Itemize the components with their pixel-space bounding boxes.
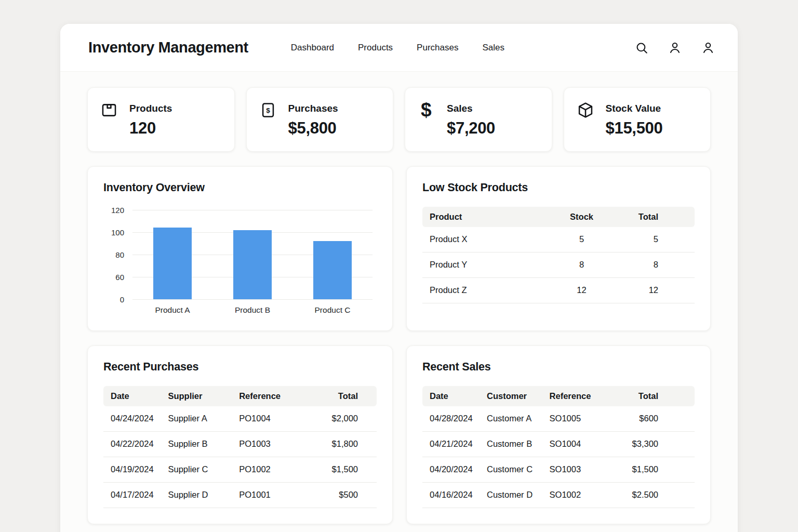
table-cell: SO1003 [542, 457, 613, 483]
column-header: Stock [548, 207, 616, 227]
user-icon[interactable] [668, 41, 682, 55]
stat-value: $5,800 [288, 119, 338, 138]
table-cell: 04/20/2024 [422, 457, 480, 483]
table-row: Product Z1212 [422, 278, 695, 303]
table-cell: Supplier B [161, 432, 232, 457]
bar-slot [132, 210, 212, 299]
nav-item-products[interactable]: Products [358, 43, 393, 53]
stat-card-products: Products 120 [87, 87, 235, 152]
panel-title: Recent Sales [422, 361, 695, 374]
stat-card-stock-value: Stock Value $15,500 [564, 87, 711, 152]
header-icons [635, 41, 715, 55]
table-cell: 12 [616, 278, 695, 303]
column-header: Customer [480, 386, 542, 406]
middle-row: Inventory Overview 12010080600 Product A… [87, 166, 711, 331]
column-header: Total [616, 207, 695, 227]
panel-title: Inventory Overview [103, 181, 377, 194]
stat-label: Sales [447, 103, 495, 114]
table-cell: SO1005 [542, 406, 613, 432]
bar-chart: 12010080600 Product AProduct BProduct C [103, 210, 377, 315]
column-header: Supplier [161, 386, 232, 406]
table-cell: $500 [303, 483, 377, 508]
table-cell: 04/21/2024 [422, 432, 480, 457]
column-header: Reference [232, 386, 303, 406]
recent-sales-panel: Recent Sales DateCustomerReferenceTotal0… [406, 345, 711, 524]
nav-item-sales[interactable]: Sales [482, 43, 504, 53]
table-cell: 04/22/2024 [103, 432, 161, 457]
table-cell: 5 [616, 227, 695, 252]
account-icon[interactable] [701, 41, 715, 55]
dollar-icon: $ [418, 101, 437, 121]
table-row: 04/19/2024Supplier CPO1002$1,500 [103, 457, 377, 483]
nav-item-purchases[interactable]: Purchases [417, 43, 458, 53]
table-cell: Customer D [480, 483, 542, 508]
x-axis-label: Product B [212, 305, 292, 315]
table-cell: Customer C [480, 457, 542, 483]
recent-sales-table: DateCustomerReferenceTotal04/28/2024Cust… [422, 386, 695, 508]
x-axis-label: Product C [292, 305, 373, 315]
table-cell: Customer A [480, 406, 542, 432]
table-cell: Product Z [422, 278, 548, 303]
app-title: Inventory Management [88, 39, 248, 56]
table-row: 04/24/2024Supplier APO1004$2,000 [103, 406, 377, 432]
table-cell: 04/28/2024 [422, 406, 480, 432]
stat-value: $15,500 [606, 119, 663, 138]
search-icon[interactable] [635, 41, 648, 55]
y-axis-tick: 120 [103, 206, 124, 215]
low-stock-table: ProductStockTotalProduct X55Product Y88P… [422, 207, 695, 303]
chart-bars [132, 210, 373, 299]
bar-product-a [153, 228, 192, 299]
table-cell: $1,800 [303, 432, 377, 457]
column-header: Total [613, 386, 695, 406]
table-cell: PO1003 [232, 432, 303, 457]
panel-title: Low Stock Products [422, 181, 695, 194]
dashboard-content: Products 120 $ Purchases $5,800 [60, 72, 738, 524]
stat-text: Products 120 [129, 101, 172, 138]
table-cell: 12 [548, 278, 616, 303]
y-axis-tick: 80 [103, 250, 124, 259]
table-cell: PO1002 [232, 457, 303, 483]
table-cell: 04/19/2024 [103, 457, 161, 483]
table-header-row: DateSupplierReferenceTotal [103, 386, 377, 406]
low-stock-panel: Low Stock Products ProductStockTotalProd… [406, 166, 711, 331]
y-axis-tick: 100 [103, 228, 124, 237]
table-cell: SO1004 [542, 432, 613, 457]
table-cell: $3,300 [613, 432, 695, 457]
nav-item-dashboard[interactable]: Dashboard [291, 43, 334, 53]
panel-title: Recent Purchases [103, 361, 377, 374]
table-cell: $600 [613, 406, 695, 432]
bar-product-c [313, 241, 352, 299]
app-header: Inventory Management DashboardProductsPu… [60, 24, 738, 72]
table-cell: $2.500 [613, 483, 695, 508]
x-axis-label: Product A [132, 305, 212, 315]
chart-plot-area: 12010080600 [132, 210, 373, 299]
table-cell: 8 [548, 252, 616, 278]
package-icon [100, 101, 120, 121]
table-header-row: DateCustomerReferenceTotal [422, 386, 695, 406]
invoice-icon: $ [259, 101, 279, 121]
column-header: Reference [542, 386, 613, 406]
table-cell: Product Y [422, 252, 548, 278]
svg-text:$: $ [266, 107, 270, 114]
table-cell: SO1002 [542, 483, 613, 508]
stat-label: Purchases [288, 103, 338, 114]
chart-gridline [132, 299, 373, 300]
table-cell: PO1004 [232, 406, 303, 432]
table-cell: Supplier A [161, 406, 232, 432]
inventory-overview-panel: Inventory Overview 12010080600 Product A… [87, 166, 393, 331]
stat-label: Stock Value [606, 103, 663, 114]
table-row: 04/22/2024Supplier BPO1003$1,800 [103, 432, 377, 457]
bottom-row: Recent Purchases DateSupplierReferenceTo… [87, 345, 711, 524]
stats-row: Products 120 $ Purchases $5,800 [87, 87, 711, 152]
chart-x-axis: Product AProduct BProduct C [132, 305, 373, 315]
table-row: Product Y88 [422, 252, 695, 278]
table-cell: 04/16/2024 [422, 483, 480, 508]
table-header-row: ProductStockTotal [422, 207, 695, 227]
stat-text: Stock Value $15,500 [606, 101, 663, 138]
table-row: 04/28/2024Customer ASO1005$600 [422, 406, 695, 432]
app-window: Inventory Management DashboardProductsPu… [60, 24, 738, 532]
bar-product-b [233, 230, 272, 299]
cube-icon [577, 101, 596, 121]
table-row: 04/17/2024Supplier DPO1001$500 [103, 483, 377, 508]
table-cell: 8 [616, 252, 695, 278]
